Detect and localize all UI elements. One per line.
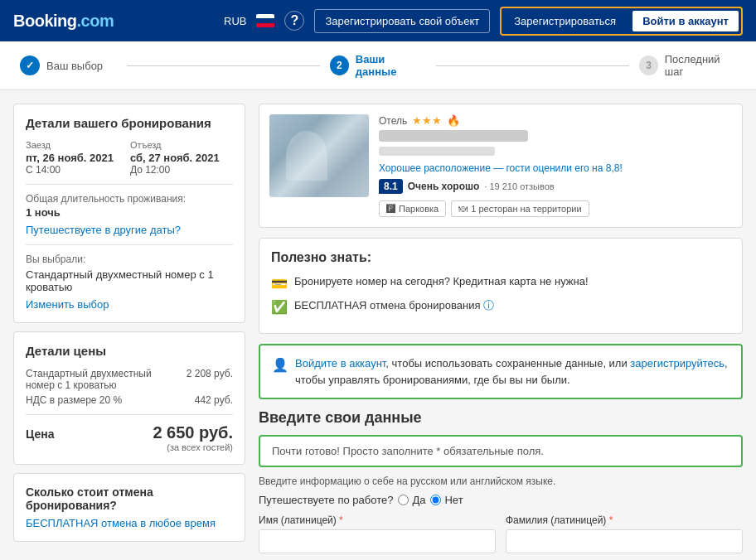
required-mark-2: * <box>609 514 613 526</box>
radio-yes-group: Да <box>398 494 425 506</box>
step2-label: Ваши данные <box>356 53 426 78</box>
price-total-value: 2 650 руб. <box>153 423 233 442</box>
amenity-parking: 🅿 Парковка <box>379 200 446 217</box>
price-details-card: Детали цены Стандартный двухместный номе… <box>13 331 245 465</box>
user-icon: 👤 <box>272 357 288 373</box>
help-button[interactable]: ? <box>284 11 304 31</box>
step3-label: Последний шаг <box>665 53 736 78</box>
cancellation-card: Сколько стоит отмена бронирования? БЕСПЛ… <box>13 473 245 542</box>
form-hint-box: Почти готово! Просто заполните * обязате… <box>259 435 743 467</box>
step1-label: Ваш выбор <box>46 60 103 72</box>
first-name-label: Имя (латиницей) * <box>259 514 496 526</box>
price-details-title: Детали цены <box>26 344 233 358</box>
work-travel-row: Путешествуете по работе? Да Нет <box>259 494 743 506</box>
checkin-block: Заезд пт, 26 нояб. 2021 С 14:00 <box>26 140 114 176</box>
radio-yes-label: Да <box>412 494 425 506</box>
login-promo-signin-link[interactable]: Войдите в аккаунт <box>295 357 385 369</box>
login-promo-register-link[interactable]: зарегистрируйтесь <box>630 357 724 369</box>
progress-step-3: 3 Последний шаг <box>639 53 736 78</box>
hotel-name-blurred <box>379 130 528 142</box>
fire-icon: 🔥 <box>447 114 460 127</box>
amenity-restaurant: 🍽 1 ресторан на территории <box>451 200 589 217</box>
radio-no-group: Нет <box>430 494 463 506</box>
right-panel: Отель ★★★ 🔥 Хорошее расположение — гости… <box>259 104 743 553</box>
useful-info-text-2: БЕСПЛАТНАЯ отмена бронирования ⓘ <box>294 298 494 313</box>
divider-2 <box>26 244 233 245</box>
login-promo-box: 👤 Войдите в аккаунт, чтобы использовать … <box>259 344 743 399</box>
language-flag[interactable] <box>256 14 274 27</box>
cancellation-title: Сколько стоит отмена бронирования? <box>26 485 233 512</box>
hotel-stars: ★★★ <box>412 114 442 127</box>
parking-icon: 🅿 <box>386 204 395 214</box>
radio-yes[interactable] <box>398 495 409 505</box>
progress-step-1: ✓ Ваш выбор <box>20 56 117 75</box>
progress-bar: ✓ Ваш выбор 2 Ваши данные 3 Последний ша… <box>0 41 756 90</box>
step2-circle: 2 <box>330 56 349 75</box>
last-name-field: Фамилия (латиницей) * <box>506 514 743 553</box>
price-total-row: Цена 2 650 руб. <box>26 423 233 442</box>
checkout-time: До 12:00 <box>130 164 220 176</box>
price-total-label: Цена <box>26 427 54 441</box>
hotel-image <box>269 114 369 197</box>
work-travel-question: Путешествуете по работе? <box>259 494 393 506</box>
cancellation-link[interactable]: БЕСПЛАТНАЯ отмена в любое время <box>26 517 233 529</box>
progress-divider-1 <box>127 65 320 66</box>
progress-divider-2 <box>436 65 629 66</box>
restaurant-icon: 🍽 <box>458 204 468 214</box>
amenities-row: 🅿 Парковка 🍽 1 ресторан на территории <box>379 200 732 217</box>
checkout-label: Отъезд <box>130 140 220 150</box>
left-panel: Детали вашего бронирования Заезд пт, 26 … <box>13 104 245 553</box>
booking-dates: Заезд пт, 26 нояб. 2021 С 14:00 Отъезд с… <box>26 140 233 176</box>
vat-label: НДС в размере 20 % <box>26 394 122 406</box>
parking-label: Парковка <box>399 204 439 214</box>
hotel-address-blurred <box>379 147 495 156</box>
duration-label: Общая длительность проживания: <box>26 193 233 205</box>
step1-circle: ✓ <box>20 56 40 75</box>
useful-info-card: Полезно знать: 💳 Бронируете номер на сег… <box>259 238 743 334</box>
currency-selector[interactable]: RUB <box>224 15 246 27</box>
register-property-button[interactable]: Зарегистрировать свой объект <box>314 9 490 33</box>
checkin-time: С 14:00 <box>26 164 114 176</box>
hotel-location-good: Хорошее расположение — гости оценили его… <box>379 162 732 174</box>
hotel-image-inner <box>269 114 369 197</box>
check-circle-icon: ✅ <box>271 299 288 315</box>
hotel-info: Отель ★★★ 🔥 Хорошее расположение — гости… <box>379 114 732 217</box>
booking-details-title: Детали вашего бронирования <box>26 116 233 130</box>
checkin-date: пт, 26 нояб. 2021 <box>26 152 114 164</box>
header: Booking.com RUB ? Зарегистрировать свой … <box>0 0 756 41</box>
signin-button[interactable]: Зарегистрироваться <box>504 11 626 31</box>
room-price-label: Стандартный двухместный номер с 1 кроват… <box>26 368 158 391</box>
room-section-label: Вы выбрали: <box>26 253 233 265</box>
first-name-input[interactable] <box>259 529 496 553</box>
change-dates-link[interactable]: Путешествуете в другие даты? <box>26 224 233 236</box>
review-count: · 19 210 отзывов <box>484 181 554 191</box>
price-guests-note: (за всех гостей) <box>26 442 233 452</box>
login-promo-text: Войдите в аккаунт, чтобы использовать со… <box>295 355 729 388</box>
rating-badge: 8.1 <box>379 179 403 194</box>
form-instruction: Введите информацию о себе на русском или… <box>259 476 743 487</box>
name-fields: Имя (латиницей) * Фамилия (латиницей) * <box>259 514 743 553</box>
duration-value: 1 ночь <box>26 206 233 219</box>
rating-label: Очень хорошо <box>408 181 480 192</box>
progress-step-2: 2 Ваши данные <box>330 53 427 78</box>
hotel-card: Отель ★★★ 🔥 Хорошее расположение — гости… <box>259 104 743 228</box>
checkin-label: Заезд <box>26 140 114 150</box>
restaurant-label: 1 ресторан на территории <box>471 204 581 214</box>
hotel-type-row: Отель ★★★ 🔥 <box>379 114 732 127</box>
last-name-input[interactable] <box>506 529 743 553</box>
booking-details-card: Детали вашего бронирования Заезд пт, 26 … <box>13 104 245 323</box>
divider-1 <box>26 184 233 185</box>
hotel-rating-row: 8.1 Очень хорошо · 19 210 отзывов <box>379 179 732 194</box>
room-name: Стандартный двухместный номер с 1 кроват… <box>26 268 233 293</box>
radio-no-label: Нет <box>444 494 463 506</box>
radio-no[interactable] <box>430 495 441 505</box>
main-content: Детали вашего бронирования Заезд пт, 26 … <box>0 90 756 560</box>
price-divider <box>26 414 233 415</box>
login-button[interactable]: Войти в аккаунт <box>632 11 739 31</box>
checkout-date: сб, 27 нояб. 2021 <box>130 152 220 164</box>
change-room-link[interactable]: Изменить выбор <box>26 298 233 311</box>
first-name-field: Имя (латиницей) * <box>259 514 496 553</box>
useful-info-text-1: Бронируете номер на сегодня? Кредитная к… <box>294 275 589 287</box>
room-price-row: Стандартный двухместный номер с 1 кроват… <box>26 368 233 391</box>
cancellation-info-link[interactable]: ⓘ <box>483 299 494 311</box>
